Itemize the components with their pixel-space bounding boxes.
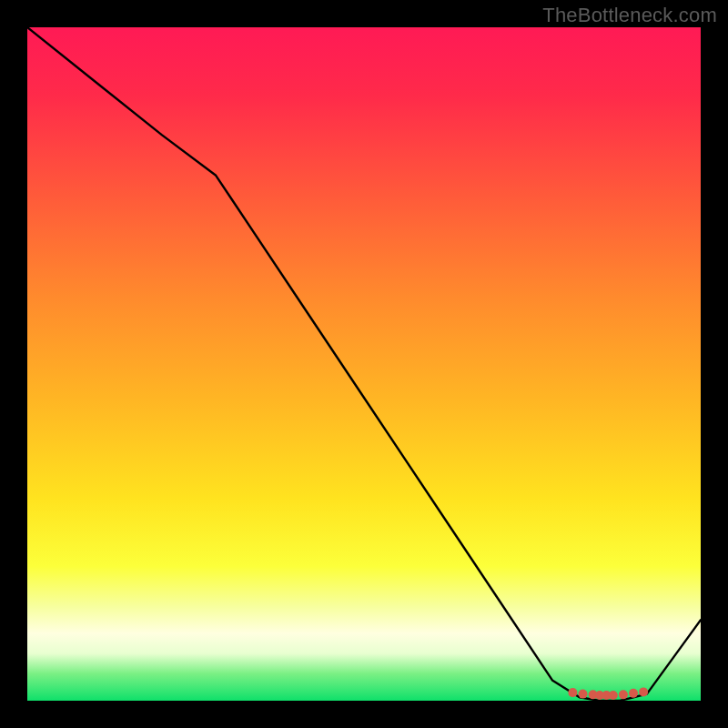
marker-dot	[568, 688, 577, 697]
watermark-text: TheBottleneck.com	[542, 4, 717, 27]
chart-frame: TheBottleneck.com	[0, 0, 728, 728]
marker-dot	[609, 691, 618, 700]
plot-area	[27, 27, 701, 701]
marker-dot	[619, 690, 628, 699]
marker-dot	[639, 687, 648, 696]
chart-svg	[27, 27, 701, 701]
line-series-curve	[27, 27, 701, 701]
marker-dot	[579, 690, 588, 699]
marker-dot	[629, 689, 638, 698]
